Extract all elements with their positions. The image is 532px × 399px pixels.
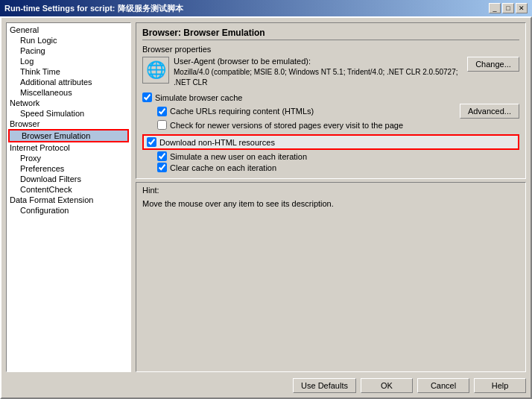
browser-emulation-panel: Browser: Browser Emulation Browser prope… [136, 22, 526, 179]
check-newer-label: Check for newer versions of stored pages… [170, 121, 403, 130]
sidebar-item-pacing[interactable]: Pacing [8, 45, 129, 56]
help-button[interactable]: Help [474, 378, 526, 393]
download-non-html-label: Download non-HTML resources [159, 138, 275, 147]
hint-title: Hint: [136, 183, 525, 196]
sidebar-item-miscellaneous[interactable]: Miscellaneous [8, 87, 129, 98]
ok-button[interactable]: OK [361, 378, 413, 393]
section-title: Browser: Browser Emulation [142, 28, 519, 40]
sidebar-item-additional-attributes[interactable]: Additional attributes [8, 77, 129, 87]
bottom-buttons: Use Defaults OK Cancel Help [6, 377, 526, 393]
cache-urls-label: Cache URLs requiring content (HTMLs) [170, 107, 314, 116]
tree-panel[interactable]: General Run Logic Pacing Log Think Time … [6, 22, 131, 372]
simulate-new-user-label: Simulate a new user on each iteration [170, 152, 307, 161]
cache-urls-checkbox[interactable] [157, 107, 167, 116]
cache-urls-checkbox-row: Cache URLs requiring content (HTMLs) [157, 107, 314, 116]
hint-content: Move the mouse over any item to see its … [136, 196, 525, 241]
clear-cache-checkbox[interactable] [157, 163, 167, 172]
sidebar-item-run-logic[interactable]: Run Logic [8, 35, 129, 45]
sidebar-item-general[interactable]: General [8, 25, 129, 35]
sidebar-item-log[interactable]: Log [8, 56, 129, 66]
maximize-button[interactable]: □ [502, 3, 514, 13]
sidebar-item-download-filters[interactable]: Download Filters [8, 174, 129, 184]
browser-icon: 🌐 [142, 57, 169, 84]
sidebar-item-think-time[interactable]: Think Time [8, 66, 129, 77]
user-agent-label: User-Agent (browser to be emulated): [174, 57, 463, 66]
download-non-html-checkbox[interactable] [147, 137, 156, 147]
title-controls: _ □ ✕ [489, 3, 528, 13]
close-button[interactable]: ✕ [516, 3, 528, 13]
check-newer-row: Check for newer versions of stored pages… [142, 120, 519, 130]
sidebar-item-speed-simulation[interactable]: Speed Simulation [8, 108, 129, 119]
browser-properties-label: Browser properties [142, 45, 519, 54]
sidebar-item-preferences[interactable]: Preferences [8, 163, 129, 174]
simulate-cache-checkbox[interactable] [142, 92, 152, 102]
user-agent-info: User-Agent (browser to be emulated): Moz… [174, 57, 463, 88]
sidebar-item-configuration[interactable]: Configuration [8, 205, 129, 216]
minimize-button[interactable]: _ [489, 3, 501, 13]
sidebar-item-proxy[interactable]: Proxy [8, 153, 129, 163]
sidebar-item-internet-protocol[interactable]: Internet Protocol [8, 142, 129, 153]
simulate-cache-label: Simulate browser cache [155, 93, 242, 102]
simulate-new-user-row: Simulate a new user on each iteration [142, 151, 519, 161]
sidebar-item-browser[interactable]: Browser [8, 119, 129, 129]
right-panel: Browser: Browser Emulation Browser prope… [136, 22, 526, 372]
cancel-button[interactable]: Cancel [417, 378, 469, 393]
sidebar-item-network[interactable]: Network [8, 98, 129, 108]
sidebar-item-data-format[interactable]: Data Format Extension [8, 195, 129, 205]
check-newer-checkbox[interactable] [157, 120, 167, 130]
change-button[interactable]: Change... [467, 57, 519, 72]
user-agent-text: Mozilla/4.0 (compatible; MSIE 8.0; Windo… [174, 67, 463, 88]
content-area: General Run Logic Pacing Log Think Time … [6, 22, 526, 372]
user-agent-row: 🌐 User-Agent (browser to be emulated): M… [142, 57, 519, 88]
simulate-cache-row: Simulate browser cache [142, 92, 519, 102]
download-non-html-row: Download non-HTML resources [142, 134, 519, 150]
sidebar-item-browser-emulation[interactable]: Browser Emulation [8, 129, 129, 142]
browser-icon-symbol: 🌐 [146, 60, 166, 80]
clear-cache-label: Clear cache on each iteration [170, 163, 276, 172]
cache-urls-row: Cache URLs requiring content (HTMLs) Adv… [142, 104, 519, 119]
simulate-new-user-checkbox[interactable] [157, 151, 167, 161]
window-title: Run-time Settings for script: 降级服务测试脚本 [4, 3, 183, 14]
use-defaults-button[interactable]: Use Defaults [293, 378, 356, 393]
main-window: General Run Logic Pacing Log Think Time … [0, 16, 532, 399]
title-bar: Run-time Settings for script: 降级服务测试脚本 _… [0, 0, 532, 16]
sidebar-item-content-check[interactable]: ContentCheck [8, 184, 129, 195]
hint-section: Hint: Move the mouse over any item to se… [136, 182, 526, 372]
advanced-button[interactable]: Advanced... [460, 104, 519, 119]
clear-cache-row: Clear cache on each iteration [142, 163, 519, 172]
